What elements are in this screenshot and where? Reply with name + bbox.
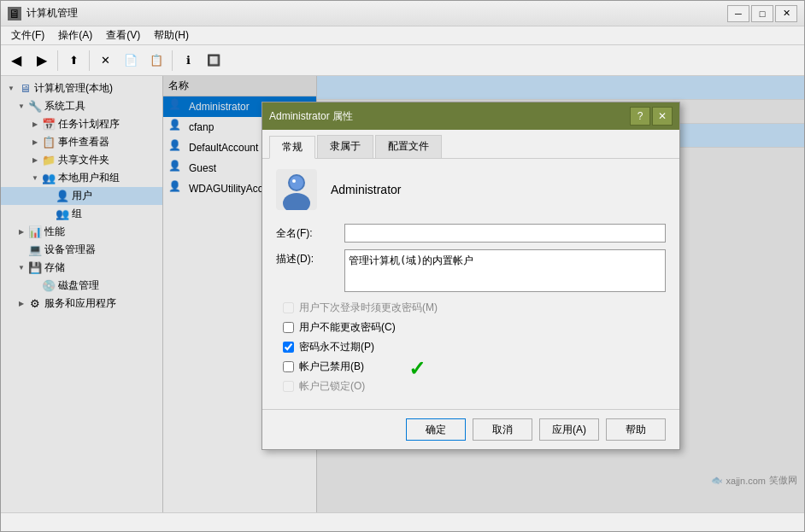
checkbox-must-change-pwd: 用户下次登录时须更改密码(M) [276,301,666,315]
toolbar: ◀ ▶ ⬆ ✕ 📄 📋 ℹ 🔲 [1,45,804,76]
apply-button[interactable]: 应用(A) [539,418,599,441]
menu-action[interactable]: 操作(A) [51,26,99,44]
tab-general[interactable]: 常规 [269,136,315,159]
cannot-change-pwd-checkbox[interactable] [283,322,294,333]
dialog-title-bar: Administrator 属性 ? ✕ [262,102,679,130]
menu-bar: 文件(F) 操作(A) 查看(V) 帮助(H) [1,26,804,45]
dialog-user-name: Administrator [331,183,401,196]
tab-member-of[interactable]: 隶属于 [317,135,373,158]
must-change-pwd-label: 用户下次登录时须更改密码(M) [299,301,438,315]
minimize-button[interactable]: ─ [727,5,749,22]
title-bar: 🖥 计算机管理 ─ □ ✕ [1,1,804,26]
user-info-row: Administrator [276,169,666,210]
app-icon: 🖥 [8,7,21,20]
window-title: 计算机管理 [26,6,727,20]
form-row-fullname: 全名(F): [276,224,666,243]
cancel-button[interactable]: 取消 [473,418,532,441]
checkbox-account-locked: 帐户已锁定(O) [276,379,666,394]
fullname-label: 全名(F): [276,226,344,241]
menu-help[interactable]: 帮助(H) [147,26,196,44]
close-button[interactable]: ✕ [775,5,797,22]
status-bar [1,512,804,531]
dialog-close-button[interactable]: ✕ [652,107,673,126]
menu-file[interactable]: 文件(F) [4,26,51,44]
cannot-change-pwd-label: 用户不能更改密码(C) [299,320,396,335]
toolbar-separator-2 [89,50,90,71]
toolbar-back-button[interactable]: ◀ [4,49,28,73]
pwd-never-expires-checkbox[interactable] [283,342,294,353]
desc-label: 描述(D): [276,249,344,266]
form-row-desc: 描述(D): 管理计算机(域)的内置帐户 [276,249,666,292]
svg-point-4 [292,179,296,183]
maximize-button[interactable]: □ [751,5,773,22]
account-locked-checkbox[interactable] [283,381,294,392]
dialog-content: Administrator 全名(F): 描述(D): 管理计算机(域)的内置帐… [262,159,679,409]
user-big-avatar [276,169,317,210]
toolbar-btn7[interactable]: 🔲 [202,49,226,73]
dialog-tabs: 常规 隶属于 配置文件 [262,130,679,159]
green-checkmark-annotation: ✓ [408,357,426,381]
fullname-input[interactable] [344,224,666,243]
toolbar-up-button[interactable]: ⬆ [62,49,85,73]
toolbar-separator [57,50,58,71]
account-locked-label: 帐户已锁定(O) [299,379,365,394]
main-window: 🖥 计算机管理 ─ □ ✕ 文件(F) 操作(A) 查看(V) 帮助(H) ◀ … [0,0,805,532]
window-controls: ─ □ ✕ [727,5,797,22]
ok-button[interactable]: 确定 [406,418,466,441]
checkbox-pwd-never-expires: 密码永不过期(P) [276,340,666,354]
toolbar-separator-3 [172,50,173,71]
checkbox-account-disabled: 帐户已禁用(B) ✓ [276,360,666,374]
dialog-title-text: Administrator 属性 [269,109,628,124]
tab-profile[interactable]: 配置文件 [375,135,442,158]
dialog-help-button[interactable]: ? [630,107,650,126]
account-disabled-checkbox[interactable] [283,361,294,372]
account-disabled-label: 帐户已禁用(B) [299,360,364,374]
dialog-footer: 确定 取消 应用(A) 帮助 [262,409,679,449]
checkbox-cannot-change-pwd: 用户不能更改密码(C) [276,320,666,335]
toolbar-forward-button[interactable]: ▶ [30,49,54,73]
must-change-pwd-checkbox[interactable] [283,302,294,313]
checkboxes-section: 用户下次登录时须更改密码(M) 用户不能更改密码(C) 密码永不过期(P) [276,301,666,394]
dialog-administrator-properties: Administrator 属性 ? ✕ 常规 隶属于 配置文件 [261,102,680,450]
content-area: ▼ 🖥 计算机管理(本地) ▼ 🔧 系统工具 ▶ 📅 任务计划程序 ▶ 📋 事件… [1,76,804,512]
toolbar-btn4[interactable]: 📄 [119,49,143,73]
toolbar-btn3[interactable]: ✕ [93,49,117,73]
menu-view[interactable]: 查看(V) [99,26,147,44]
help-button[interactable]: 帮助 [606,418,666,441]
toolbar-btn6[interactable]: ℹ [176,49,200,73]
pwd-never-expires-label: 密码永不过期(P) [299,340,374,354]
desc-textarea[interactable]: 管理计算机(域)的内置帐户 [344,249,666,292]
toolbar-btn5[interactable]: 📋 [144,49,168,73]
svg-point-3 [290,176,303,190]
